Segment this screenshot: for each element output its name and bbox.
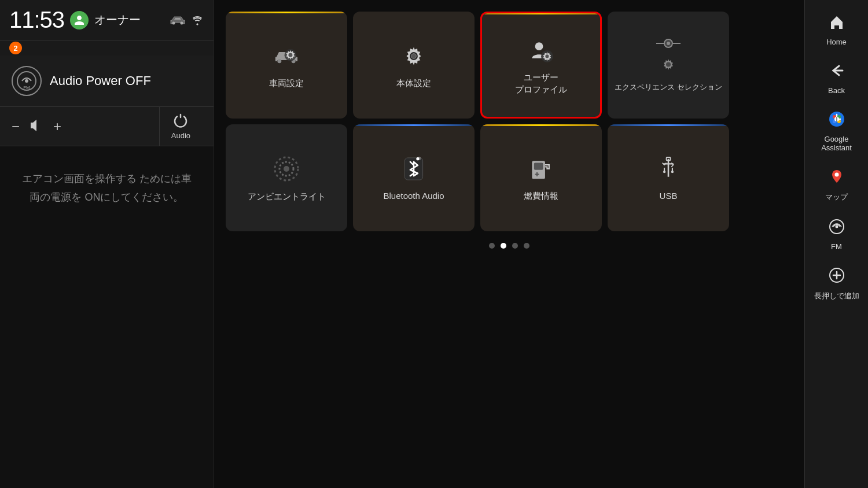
tile-main-settings[interactable]: 本体設定 xyxy=(353,12,475,119)
svg-text:®: ® xyxy=(418,157,421,161)
user-profile-label: ユーザー プロファイル xyxy=(515,71,567,95)
tile-user-profile[interactable]: ユーザー プロファイル xyxy=(480,12,602,119)
grid-row-1: 車両設定 本体設定 ユーザー プロファイル xyxy=(220,12,799,119)
dot-1[interactable] xyxy=(489,243,495,249)
svg-point-17 xyxy=(666,62,671,67)
fm-sidebar-icon xyxy=(829,219,845,239)
user-gear-icon xyxy=(526,35,556,65)
audio-power-button[interactable]: Audio xyxy=(159,107,202,146)
sidebar-item-google-assistant[interactable]: GoogleAssistant xyxy=(805,103,868,160)
sidebar-item-home[interactable]: Home xyxy=(805,6,868,54)
gold-border-selected xyxy=(482,13,600,14)
add-label: 長押しで追加 xyxy=(814,291,859,301)
dot-4[interactable] xyxy=(524,243,529,249)
svg-point-3 xyxy=(25,79,28,83)
tile-bluetooth[interactable]: ® Bluetooth Audio xyxy=(353,124,475,231)
clock: 11:53 xyxy=(9,7,64,33)
left-panel: 11:53 オーナー 2 xyxy=(0,0,214,488)
ambient-icon xyxy=(271,153,302,184)
user-icon xyxy=(70,11,89,29)
tile-car-settings[interactable]: 車両設定 xyxy=(226,12,347,119)
svg-rect-38 xyxy=(836,117,837,121)
add-icon xyxy=(829,267,845,287)
ac-message: エアコン画面を操作する ためには車両の電源を ONにしてください。 xyxy=(0,146,214,230)
audio-label: Audio xyxy=(171,131,190,140)
status-icons xyxy=(170,14,204,26)
dot-3[interactable] xyxy=(512,243,518,249)
home-label: Home xyxy=(826,38,847,46)
back-icon xyxy=(829,62,845,83)
svg-point-29 xyxy=(663,171,665,173)
user-name: オーナー xyxy=(94,12,141,28)
car-gear-icon xyxy=(271,41,301,71)
gear-small-icon xyxy=(658,56,679,76)
svg-point-16 xyxy=(667,42,670,45)
home-icon xyxy=(829,14,845,34)
experience-icon xyxy=(655,37,682,50)
fuel-icon xyxy=(526,154,556,184)
svg-point-20 xyxy=(284,166,289,172)
tile-ambient[interactable]: アンビエントライト xyxy=(226,124,347,231)
svg-point-13 xyxy=(545,54,549,58)
fm-label: FM xyxy=(831,242,842,251)
google-assistant-label: GoogleAssistant xyxy=(821,135,852,152)
bluetooth-label: Bluetooth Audio xyxy=(383,190,444,202)
tile-experience[interactable]: エクスペリエンス セレクション xyxy=(608,12,729,119)
svg-point-5 xyxy=(277,59,281,63)
back-label: Back xyxy=(828,86,845,95)
svg-point-1 xyxy=(181,21,183,24)
google-assistant-icon xyxy=(829,111,845,131)
gear-icon xyxy=(399,41,429,71)
pagination xyxy=(220,243,799,249)
volume-controls: − + xyxy=(12,109,153,144)
blue-border-usb xyxy=(608,124,729,126)
svg-point-11 xyxy=(535,42,543,50)
dot-2[interactable] xyxy=(501,243,506,249)
svg-point-10 xyxy=(411,54,417,59)
status-bar: 11:53 オーナー xyxy=(0,0,214,40)
tile-usb[interactable]: USB xyxy=(608,124,729,231)
map-label: マップ xyxy=(825,192,848,202)
fuel-label: 燃費情報 xyxy=(524,190,558,202)
svg-point-30 xyxy=(671,171,674,173)
right-sidebar: Home Back GoogleAssistant xyxy=(804,0,868,488)
main-content: 車両設定 本体設定 ユーザー プロファイル xyxy=(214,0,804,488)
main-settings-label: 本体設定 xyxy=(396,77,431,89)
svg-point-8 xyxy=(288,53,292,57)
map-icon xyxy=(829,168,845,188)
notification-badge: 2 xyxy=(9,42,22,54)
svg-text:FM: FM xyxy=(23,85,30,90)
volume-down-button[interactable]: − xyxy=(12,119,20,135)
audio-power-text: Audio Power OFF xyxy=(50,73,151,88)
sidebar-item-back[interactable]: Back xyxy=(805,54,868,103)
svg-point-39 xyxy=(834,173,838,177)
usb-label: USB xyxy=(660,190,678,202)
grid-row-2: アンビエントライト ® Bluetooth Audio xyxy=(220,124,799,231)
speaker-icon xyxy=(29,119,44,135)
experience-label: エクスペリエンス セレクション xyxy=(615,82,722,93)
bluetooth-icon: ® xyxy=(399,154,429,184)
gold-border xyxy=(226,12,347,13)
blue-border xyxy=(353,124,475,126)
sidebar-item-map[interactable]: マップ xyxy=(805,160,868,210)
audio-controls: − + Audio xyxy=(0,107,214,146)
usb-icon xyxy=(653,154,683,184)
ambient-label: アンビエントライト xyxy=(248,190,326,202)
car-settings-label: 車両設定 xyxy=(269,77,304,89)
audio-power-section[interactable]: FM Audio Power OFF xyxy=(0,56,214,107)
svg-point-41 xyxy=(835,225,838,228)
sidebar-item-fm[interactable]: FM xyxy=(805,210,868,259)
svg-rect-25 xyxy=(534,163,543,170)
sidebar-item-add[interactable]: 長押しで追加 xyxy=(805,259,868,309)
svg-point-0 xyxy=(172,21,175,24)
gold-border-fuel xyxy=(480,124,602,126)
tile-fuel[interactable]: 燃費情報 xyxy=(480,124,602,231)
volume-up-button[interactable]: + xyxy=(53,119,61,135)
fm-icon: FM xyxy=(12,66,42,96)
